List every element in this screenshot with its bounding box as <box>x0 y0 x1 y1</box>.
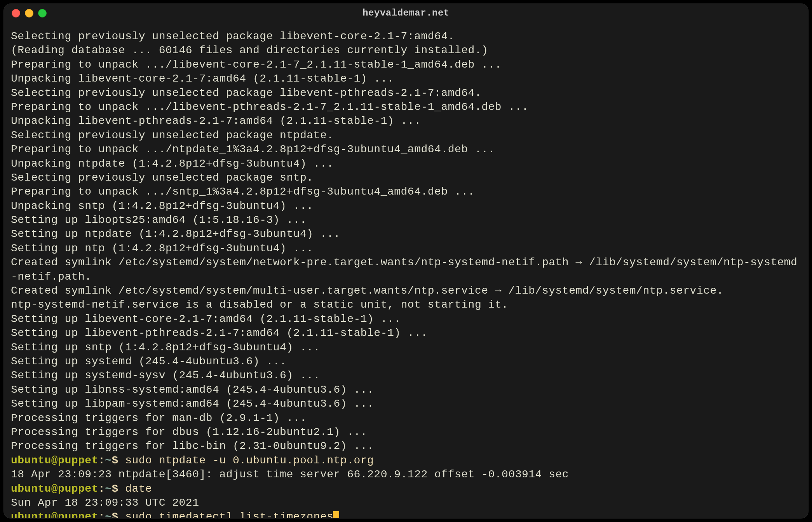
prompt-command: sudo ntpdate -u 0.ubuntu.pool.ntp.org <box>125 454 374 466</box>
prompt-dollar: $ <box>112 454 125 466</box>
terminal-output-line: Setting up libopts25:amd64 (1:5.18.16-3)… <box>11 213 801 227</box>
terminal-output-line: Processing triggers for man-db (2.9.1-1)… <box>11 411 801 425</box>
terminal-output-line: Setting up systemd (245.4-4ubuntu3.6) ..… <box>11 355 801 369</box>
titlebar: heyvaldemar.net <box>4 4 808 23</box>
terminal-output-line: Selecting previously unselected package … <box>11 30 801 44</box>
terminal-output-line: Setting up libnss-systemd:amd64 (245.4-4… <box>11 383 801 397</box>
terminal-output-line: Preparing to unpack .../libevent-core-2.… <box>11 58 801 72</box>
terminal-output-line: Selecting previously unselected package … <box>11 171 801 185</box>
terminal-output-line: Setting up libevent-core-2.1-7:amd64 (2.… <box>11 312 801 326</box>
prompt-path: ~ <box>105 454 112 466</box>
terminal-output-line: (Reading database ... 60146 files and di… <box>11 44 801 57</box>
prompt-command: date <box>125 483 152 495</box>
prompt-command: sudo timedatectl list-timezones <box>125 511 333 518</box>
terminal-output-line: Sun Apr 18 23:09:33 UTC 2021 <box>11 496 801 510</box>
terminal-output-line: Unpacking libevent-core-2.1-7:amd64 (2.1… <box>11 72 801 86</box>
prompt-separator: : <box>98 454 105 466</box>
close-icon[interactable] <box>12 9 20 17</box>
terminal-prompt-line: ubuntu@puppet:~$ sudo ntpdate -u 0.ubunt… <box>11 454 801 468</box>
prompt-user: ubuntu@puppet <box>11 483 98 495</box>
terminal-output-line: Setting up sntp (1:4.2.8p12+dfsg-3ubuntu… <box>11 341 801 355</box>
terminal-output-line: Setting up systemd-sysv (245.4-4ubuntu3.… <box>11 369 801 383</box>
prompt-user: ubuntu@puppet <box>11 454 98 466</box>
terminal-output-line: Created symlink /etc/systemd/system/mult… <box>11 284 801 298</box>
terminal-output-line: Setting up libevent-pthreads-2.1-7:amd64… <box>11 326 801 340</box>
cursor-icon <box>333 511 339 518</box>
terminal-output-line: Unpacking sntp (1:4.2.8p12+dfsg-3ubuntu4… <box>11 199 801 213</box>
terminal-output-line: Selecting previously unselected package … <box>11 86 801 100</box>
terminal-output-line: Setting up ntp (1:4.2.8p12+dfsg-3ubuntu4… <box>11 242 801 256</box>
terminal-output-line: Selecting previously unselected package … <box>11 129 801 143</box>
window-title: heyvaldemar.net <box>362 7 450 19</box>
prompt-path: ~ <box>105 483 112 495</box>
terminal-output-line: Unpacking ntpdate (1:4.2.8p12+dfsg-3ubun… <box>11 157 801 171</box>
prompt-separator: : <box>98 483 105 495</box>
prompt-dollar: $ <box>112 483 125 495</box>
terminal-output-line: Setting up ntpdate (1:4.2.8p12+dfsg-3ubu… <box>11 227 801 241</box>
prompt-user: ubuntu@puppet <box>11 511 98 518</box>
terminal-output-line: Setting up libpam-systemd:amd64 (245.4-4… <box>11 397 801 411</box>
minimize-icon[interactable] <box>25 9 33 17</box>
traffic-lights <box>12 9 47 17</box>
terminal-output-line: Created symlink /etc/systemd/system/netw… <box>11 256 801 284</box>
terminal-body[interactable]: Selecting previously unselected package … <box>4 23 808 518</box>
terminal-output-line: ntp-systemd-netif.service is a disabled … <box>11 298 801 312</box>
terminal-output-line: Unpacking libevent-pthreads-2.1-7:amd64 … <box>11 114 801 128</box>
terminal-output-line: 18 Apr 23:09:23 ntpdate[3460]: adjust ti… <box>11 468 801 482</box>
terminal-output-line: Processing triggers for dbus (1.12.16-2u… <box>11 425 801 439</box>
terminal-output-line: Preparing to unpack .../sntp_1%3a4.2.8p1… <box>11 185 801 199</box>
prompt-separator: : <box>98 511 105 518</box>
prompt-path: ~ <box>105 511 112 518</box>
terminal-output-line: Preparing to unpack .../ntpdate_1%3a4.2.… <box>11 143 801 157</box>
prompt-dollar: $ <box>112 511 125 518</box>
terminal-prompt-line: ubuntu@puppet:~$ date <box>11 482 801 496</box>
terminal-output-line: Preparing to unpack .../libevent-pthread… <box>11 100 801 114</box>
terminal-prompt-line: ubuntu@puppet:~$ sudo timedatectl list-t… <box>11 510 801 518</box>
maximize-icon[interactable] <box>38 9 47 17</box>
terminal-window: heyvaldemar.net Selecting previously uns… <box>4 4 808 518</box>
terminal-output-line: Processing triggers for libc-bin (2.31-0… <box>11 439 801 453</box>
